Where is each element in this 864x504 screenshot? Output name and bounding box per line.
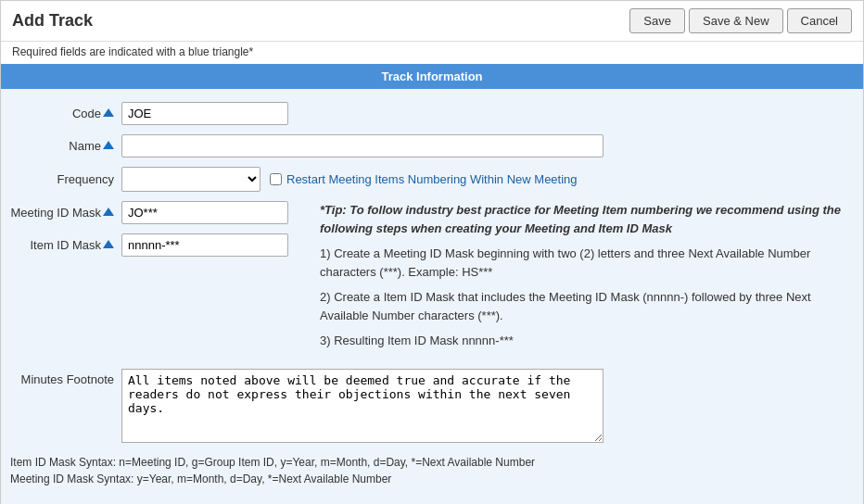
meeting-id-mask-label: Meeting ID Mask — [10, 206, 121, 220]
mask-col: Meeting ID Mask Item ID Mask — [10, 201, 307, 257]
meeting-id-mask-required-triangle — [103, 208, 114, 216]
frequency-row: Frequency Restart Meeting Items Numberin… — [1, 167, 863, 192]
form-body: Code Name Frequency Restart Meeting Item… — [1, 89, 863, 504]
name-row: Name — [1, 134, 863, 158]
item-id-mask-label: Item ID Mask — [10, 238, 121, 252]
save-new-button[interactable]: Save & New — [689, 8, 783, 33]
footnote-textarea[interactable]: All items noted above will be deemed tru… — [121, 369, 604, 443]
page-header: Add Track Save Save & New Cancel — [1, 1, 863, 42]
required-note: Required fields are indicated with a blu… — [1, 42, 863, 64]
item-id-mask-input[interactable] — [121, 233, 288, 257]
tip-step3: 3) Resulting Item ID Mask nnnnn-*** — [320, 332, 854, 350]
meeting-mask-syntax: Meeting ID Mask Syntax: y=Year, m=Month,… — [10, 472, 854, 485]
code-label: Code — [10, 107, 121, 120]
name-input[interactable] — [121, 134, 604, 158]
item-id-mask-required-triangle — [103, 240, 114, 248]
meeting-id-mask-row: Meeting ID Mask — [10, 201, 307, 224]
name-required-triangle — [103, 141, 114, 149]
tip-col: *Tip: To follow industry best practice f… — [307, 201, 854, 358]
item-id-mask-row: Item ID Mask — [10, 233, 307, 257]
footnote-section: Minutes Footnote All items noted above w… — [1, 363, 863, 447]
frequency-controls: Restart Meeting Items Numbering Within N… — [121, 167, 578, 192]
header-buttons: Save Save & New Cancel — [629, 8, 852, 33]
page-container: Add Track Save Save & New Cancel Require… — [0, 0, 864, 504]
restart-numbering-label[interactable]: Restart Meeting Items Numbering Within N… — [270, 172, 578, 186]
frequency-label: Frequency — [10, 172, 121, 186]
footnote-label: Minutes Footnote — [10, 369, 121, 386]
tip-intro: *Tip: To follow industry best practice f… — [320, 201, 854, 237]
cancel-button[interactable]: Cancel — [787, 8, 852, 33]
footnote-row: Minutes Footnote All items noted above w… — [10, 369, 854, 443]
syntax-section: Item ID Mask Syntax: n=Meeting ID, g=Gro… — [1, 447, 863, 495]
tip-step1: 1) Create a Meeting ID Mask beginning wi… — [320, 245, 854, 281]
save-button[interactable]: Save — [629, 8, 685, 33]
section-header: Track Information — [1, 64, 863, 89]
frequency-select[interactable] — [121, 167, 260, 192]
code-row: Code — [1, 102, 863, 125]
code-input[interactable] — [121, 102, 288, 125]
meeting-id-mask-input[interactable] — [121, 201, 288, 224]
tip-step2: 2) Create a Item ID Mask that includes t… — [320, 288, 854, 324]
item-mask-syntax: Item ID Mask Syntax: n=Meeting ID, g=Gro… — [10, 456, 854, 469]
name-label: Name — [10, 139, 121, 153]
code-required-triangle — [103, 108, 114, 117]
mask-tip-section: Meeting ID Mask Item ID Mask *Tip: To fo… — [1, 201, 863, 358]
restart-numbering-checkbox[interactable] — [270, 173, 282, 185]
page-title: Add Track — [12, 11, 93, 31]
